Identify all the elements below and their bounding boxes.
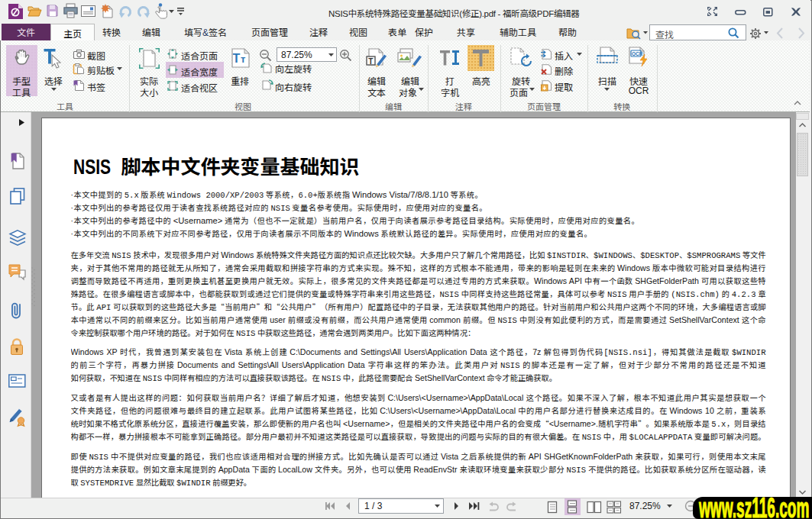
svg-text:T: T — [233, 52, 241, 65]
svg-text:T: T — [368, 57, 373, 66]
svg-text:OCR: OCR — [632, 51, 643, 56]
svg-text:т: т — [241, 53, 245, 65]
